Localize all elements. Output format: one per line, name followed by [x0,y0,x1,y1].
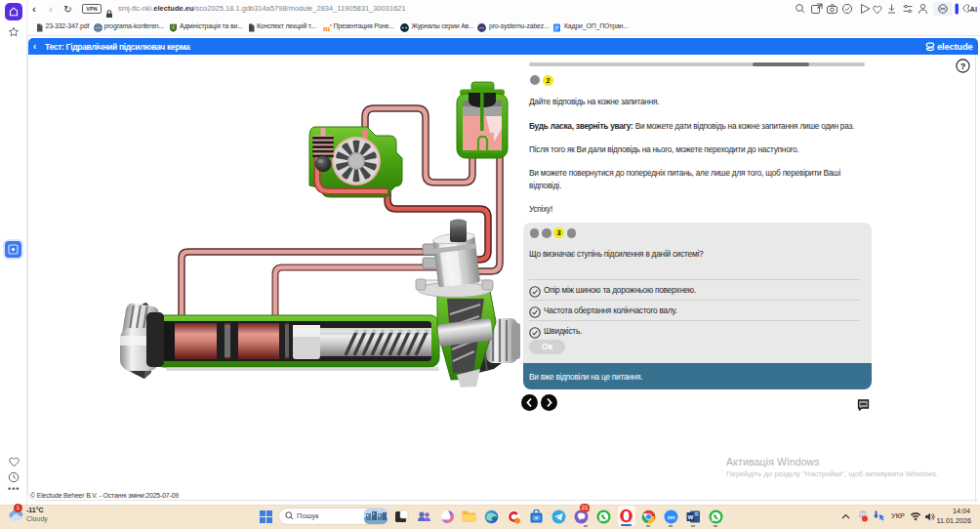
svg-text:AI: AI [970,5,978,14]
svg-text:zm: zm [668,514,675,520]
svg-text:?: ? [960,61,966,71]
svg-text:w: w [687,513,694,520]
svg-text:m: m [323,23,330,32]
